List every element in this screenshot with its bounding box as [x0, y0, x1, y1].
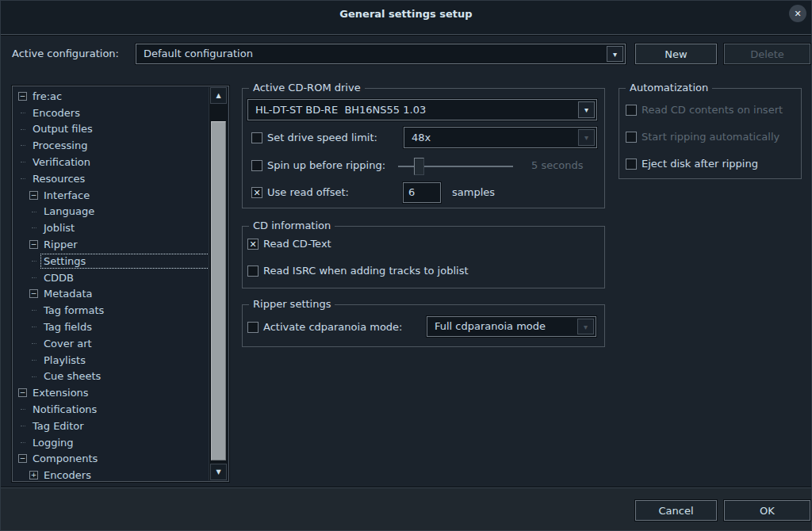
- tree-branch-line: [21, 409, 25, 410]
- tree-branch-line: [21, 162, 25, 162]
- ok-button[interactable]: OK: [724, 500, 810, 521]
- settings-tree[interactable]: −fre:acEncodersOutput filesProcessingVer…: [12, 86, 229, 482]
- tree-item-settings[interactable]: Settings: [13, 253, 209, 269]
- group-title: Active CD-ROM drive: [249, 82, 365, 94]
- read-offset-checkbox[interactable]: ✕: [251, 187, 262, 198]
- tree-item-label: Interface: [40, 188, 209, 203]
- read-offset-input[interactable]: 6: [403, 182, 441, 203]
- scrollbar-thumb[interactable]: [211, 121, 226, 460]
- tree-scrollbar[interactable]: ▲ ▼: [209, 87, 228, 480]
- cdparanoia-checkbox[interactable]: [247, 322, 259, 333]
- read-isrc-checkbox[interactable]: [247, 266, 259, 277]
- scroll-up-icon: ▲: [216, 92, 220, 99]
- tree-item-encoders[interactable]: +Encoders: [13, 467, 209, 483]
- tree-item-label: Cover art: [40, 336, 209, 351]
- read-offset-label: Use read offset:: [267, 186, 349, 198]
- tree-item-metadata[interactable]: −Metadata: [13, 286, 209, 303]
- speed-limit-value: 48x: [412, 132, 431, 143]
- tree-item-label: Logging: [29, 435, 209, 450]
- tree-item-processing[interactable]: Processing: [13, 137, 209, 154]
- tree-branch-line: [32, 343, 36, 344]
- tree-item-cover-art[interactable]: Cover art: [13, 335, 209, 352]
- tree-item-tag-editor[interactable]: Tag Editor: [13, 418, 209, 434]
- tree-item-label: Resources: [29, 171, 209, 186]
- drive-combobox[interactable]: HL-DT-ST BD-RE BH16NS55 1.03 ▾: [247, 99, 597, 120]
- group-title: Ripper settings: [249, 298, 335, 310]
- tree-item-cddb[interactable]: CDDB: [13, 269, 209, 286]
- read-cd-text-checkbox[interactable]: ✕: [247, 239, 259, 250]
- chevron-down-icon: ▾: [578, 129, 595, 146]
- chevron-down-icon[interactable]: ▾: [607, 46, 623, 62]
- tree-item-label: Tag formats: [40, 303, 209, 318]
- tree-item-joblist[interactable]: Joblist: [13, 220, 209, 236]
- speed-limit-label: Set drive speed limit:: [267, 132, 377, 143]
- group-title: CD information: [249, 220, 335, 231]
- check-icon: ✕: [253, 189, 260, 197]
- new-button[interactable]: New: [635, 44, 717, 64]
- tree-branch-line: [32, 261, 36, 262]
- tree-item-label: Metadata: [40, 286, 209, 301]
- collapse-icon[interactable]: −: [18, 92, 27, 101]
- tree-item-extensions[interactable]: −Extensions: [13, 384, 209, 401]
- tree-item-resources[interactable]: Resources: [13, 170, 209, 187]
- close-button[interactable]: ✕: [789, 5, 806, 22]
- tree-item-label: CDDB: [40, 270, 209, 285]
- tree-item-label: Encoders: [40, 468, 209, 483]
- collapse-icon[interactable]: −: [29, 240, 38, 249]
- title-bar[interactable]: General settings setup ✕: [1, 1, 811, 35]
- auto-checkbox-read-cd-contents-on-insert: [626, 105, 637, 116]
- tree-item-output-files[interactable]: Output files: [13, 121, 209, 138]
- chevron-down-icon[interactable]: ▾: [578, 101, 595, 118]
- tree-item-label: Tag Editor: [29, 418, 209, 434]
- tree-item-notifications[interactable]: Notifications: [13, 401, 209, 418]
- tree-item-interface[interactable]: −Interface: [13, 187, 209, 204]
- tree-item-label: Verification: [29, 155, 209, 170]
- tree-branch-line: [32, 227, 36, 228]
- active-configuration-label: Active configuration:: [12, 48, 119, 59]
- tree-item-components[interactable]: −Components: [13, 451, 209, 468]
- tree-branch-line: [21, 426, 25, 426]
- tree-branch-line: [32, 360, 36, 361]
- collapse-icon[interactable]: −: [29, 191, 38, 200]
- tree-item-verification[interactable]: Verification: [13, 154, 209, 170]
- tree-item-language[interactable]: Language: [13, 204, 209, 220]
- auto-checkbox-eject-disk-after-ripping[interactable]: [626, 159, 637, 170]
- tree-items: −fre:acEncodersOutput filesProcessingVer…: [13, 88, 209, 483]
- tree-item-label: Notifications: [29, 402, 209, 417]
- cancel-button[interactable]: Cancel: [635, 500, 717, 521]
- tree-item-fre-ac[interactable]: −fre:ac: [13, 88, 209, 105]
- cdparanoia-mode-combobox[interactable]: Full cdparanoia mode ▾: [427, 316, 596, 337]
- active-configuration-combobox[interactable]: Default configuration ▾: [136, 44, 626, 64]
- expand-icon[interactable]: +: [29, 471, 38, 479]
- spin-up-checkbox[interactable]: [251, 160, 262, 171]
- collapse-icon[interactable]: −: [18, 388, 27, 397]
- tree-item-label: fre:ac: [29, 89, 209, 104]
- tree-item-label: Extensions: [29, 385, 209, 400]
- tree-item-ripper[interactable]: −Ripper: [13, 236, 209, 253]
- chevron-down-icon: ▾: [577, 319, 594, 334]
- cdparanoia-mode-value: Full cdparanoia mode: [435, 320, 546, 332]
- tree-item-tag-fields[interactable]: Tag fields: [13, 319, 209, 335]
- auto-checkbox-label: Read CD contents on insert: [642, 104, 783, 116]
- collapse-icon[interactable]: −: [29, 289, 38, 298]
- tree-branch-line: [21, 129, 25, 130]
- new-button-label: New: [665, 48, 687, 60]
- tree-item-encoders[interactable]: Encoders: [13, 105, 209, 121]
- group-ripper-settings: Ripper settings Activate cdparanoia mode…: [242, 304, 605, 347]
- tree-branch-line: [21, 442, 25, 443]
- tree-item-label: Playlists: [40, 353, 209, 368]
- tree-branch-line: [21, 145, 25, 146]
- tree-item-label: Encoders: [29, 105, 209, 120]
- tree-branch-line: [32, 376, 36, 377]
- tree-item-logging[interactable]: Logging: [13, 434, 209, 451]
- tree-item-playlists[interactable]: Playlists: [13, 352, 209, 369]
- spin-up-slider-handle[interactable]: [414, 158, 424, 175]
- tree-branch-line: [32, 212, 36, 212]
- speed-limit-checkbox[interactable]: [251, 132, 262, 143]
- scroll-down-button[interactable]: ▼: [210, 464, 227, 480]
- tree-item-tag-formats[interactable]: Tag formats: [13, 302, 209, 319]
- collapse-icon[interactable]: −: [18, 454, 27, 463]
- tree-item-cue-sheets[interactable]: Cue sheets: [13, 369, 209, 385]
- scroll-up-button[interactable]: ▲: [210, 87, 227, 104]
- speed-limit-combobox[interactable]: 48x ▾: [404, 127, 597, 148]
